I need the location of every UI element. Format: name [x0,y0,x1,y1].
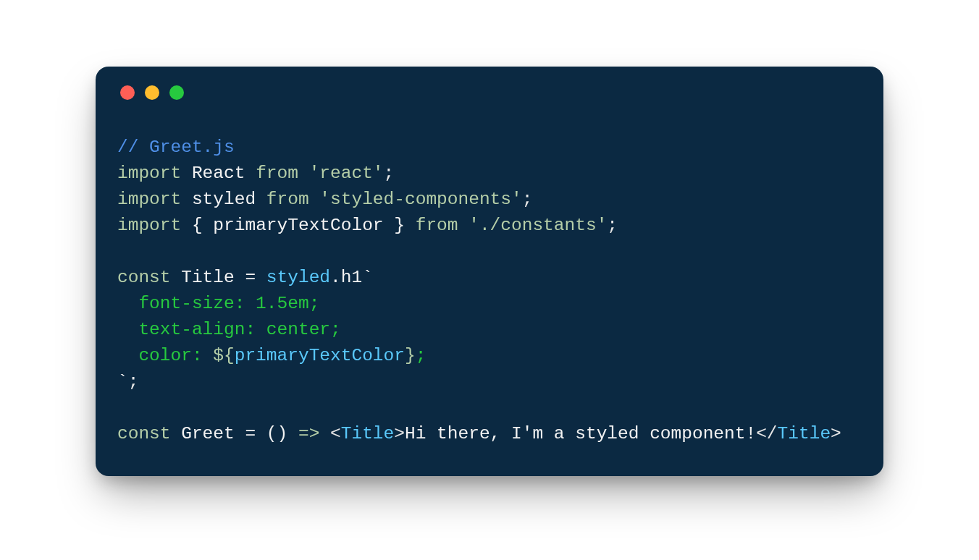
dot: . [330,268,341,287]
str-react: 'react' [309,164,384,183]
jsx-tag-title-close: Title [778,424,831,444]
str-constants: './constants' [469,216,607,235]
interp-close: } [405,346,416,365]
css-font-size: font-size: 1.5em; [138,294,319,313]
css-color-key: color: [138,346,213,365]
kw-import: import [117,164,181,183]
equals: = [235,424,266,444]
backtick-open: ` [362,268,373,287]
str-styled-components: 'styled-components' [319,190,521,209]
semicolon: ; [522,190,533,209]
brace-open: { [192,216,213,235]
page-canvas: // Greet.js import React from 'react'; i… [0,0,979,560]
kw-import: import [117,216,181,235]
kw-from: from [256,164,298,183]
code-comment: // Greet.js [117,137,235,157]
css-color-semi: ; [416,346,427,365]
kw-from: from [266,190,309,209]
ident-styled: styled [192,190,256,209]
jsx-open-gt: > [394,424,405,444]
tag-h1: h1 [341,268,362,287]
ident-react: React [192,164,245,183]
semicolon: ; [384,164,395,183]
jsx-close-lt: </ [756,424,777,444]
parens: () [266,424,287,444]
zoom-icon [169,85,184,100]
kw-const: const [117,424,171,444]
semicolon: ; [607,216,618,235]
ident-greet: Greet [181,424,235,444]
jsx-open-lt: < [330,424,341,444]
code-window: // Greet.js import React from 'react'; i… [96,67,883,476]
ident-title: Title [181,268,235,287]
interp-open: ${ [213,346,234,365]
code-block: // Greet.js import React from 'react'; i… [117,135,862,447]
window-traffic-lights [120,85,862,100]
kw-from: from [416,216,458,235]
jsx-tag-title-open: Title [341,424,395,444]
css-text-align: text-align: center; [138,320,340,339]
jsx-close-gt: > [831,424,841,444]
call-styled: styled [266,268,330,287]
brace-close: } [384,216,405,235]
minimize-icon [145,85,159,100]
jsx-text: Hi there, I'm a styled component! [405,424,756,444]
semicolon: ; [128,372,139,391]
kw-const: const [117,268,171,287]
kw-import: import [117,190,181,209]
ident-primarytextcolor: primaryTextColor [213,216,383,235]
close-icon [120,85,135,100]
backtick-close: ` [117,372,128,391]
equals: = [235,268,266,287]
interp-var: primaryTextColor [235,346,405,365]
arrow: => [287,424,330,444]
